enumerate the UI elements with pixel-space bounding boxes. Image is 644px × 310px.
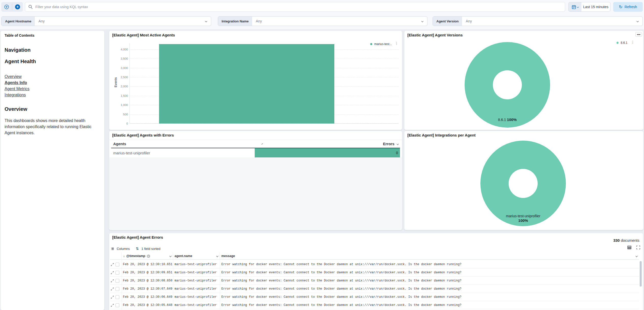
panel-agent-versions: [Elastic Agent] Agent Versions ▪▪▪ 8.6.1… [404, 31, 643, 130]
fullscreen-icon[interactable] [636, 245, 640, 250]
filter-menu-button[interactable] [1, 2, 12, 12]
expand-document-icon[interactable] [111, 287, 114, 291]
timestamp-cell: Feb 20, 2023 @ 12:30:10.651 [123, 260, 173, 268]
message-cell: Error watching for docker events: Cannot… [221, 277, 639, 285]
filter-value: Any [462, 19, 637, 23]
toc-link-agents-info[interactable]: Agents Info [5, 80, 27, 85]
panel-title: [Elastic Agent] Most Active Agents [112, 33, 175, 37]
grid-header-row: ↓ @timestamp agent.name message [110, 252, 639, 260]
errors-value: 0 [396, 151, 398, 155]
documents-grid-body: Feb 20, 2023 @ 12:30:10.651marius-test-u… [110, 260, 639, 310]
expand-document-icon[interactable] [111, 279, 114, 282]
document-row[interactable]: Feb 20, 2023 @ 12:30:09.651marius-test-u… [110, 268, 639, 277]
refresh-button[interactable]: ↻ Refresh [613, 2, 643, 12]
select-document-checkbox[interactable] [116, 303, 119, 307]
panel-title: Table of Contents [5, 33, 100, 37]
refresh-label: Refresh [625, 5, 637, 9]
y-axis-tick-label: 4,000 [113, 48, 128, 51]
time-picker: Last 15 minutes [568, 2, 610, 12]
table-row[interactable]: marius-test-uniprofiler 0 [111, 148, 400, 157]
chevron-down-icon [205, 20, 207, 22]
legend-label: marius-test... [374, 42, 392, 46]
donut-hole [509, 169, 538, 198]
filter-value: Any [252, 19, 422, 23]
select-document-checkbox[interactable] [116, 279, 119, 283]
y-axis-tick-label: 1,500 [113, 94, 128, 97]
filter-control-integration-name[interactable]: Integration NameAny [218, 16, 427, 26]
panel-table-of-contents: Table of Contents Navigation Agent Healt… [1, 31, 104, 310]
agent-name-cell: marius-test-uniprofiler [175, 268, 219, 277]
select-document-checkbox[interactable] [116, 287, 119, 291]
legend-dot [617, 42, 619, 44]
timestamp-cell: Feb 20, 2023 @ 12:30:05.648 [123, 301, 173, 309]
grid-scrollbar[interactable] [640, 261, 642, 287]
document-row[interactable]: Feb 20, 2023 @ 12:30:07.649marius-test-u… [110, 285, 639, 293]
expand-document-icon[interactable] [111, 271, 114, 274]
y-axis-tick-label: 1,000 [113, 103, 128, 106]
message-cell: Error watching for docker events: Cannot… [221, 285, 639, 293]
column-header-agents[interactable]: Agents [113, 142, 256, 146]
toc-heading-agent-health: Agent Health [5, 59, 100, 64]
bar-events-marius-test-uniprofiler [159, 44, 334, 124]
filter-label: Integration Name [218, 17, 252, 26]
document-row[interactable]: Feb 20, 2023 @ 12:30:05.648marius-test-u… [110, 301, 639, 309]
errors-bar: 0 [255, 148, 400, 157]
panel-options-icon[interactable]: ▪▪▪ [635, 32, 642, 37]
grid-header-controls [110, 252, 122, 260]
document-row[interactable]: Feb 20, 2023 @ 12:30:06.649marius-test-u… [110, 293, 639, 301]
sort-fields-icon: ⇅ [136, 247, 139, 251]
table-empty-area [109, 157, 402, 230]
panel-title: [Elastic Agent] Agent Versions [407, 33, 463, 37]
time-range-value[interactable]: Last 15 minutes [581, 2, 610, 11]
toc-link-item: Agents Info [5, 80, 100, 86]
message-cell: Error watching for docker events: Cannot… [221, 301, 639, 309]
document-row[interactable]: Feb 20, 2023 @ 12:30:08.650marius-test-u… [110, 277, 639, 285]
panel-title: [Elastic Agent] Agents with Errors [112, 133, 174, 137]
display-options-icon[interactable] [627, 245, 632, 250]
legend-label: 8.6.1 [621, 41, 627, 45]
chevron-down-icon [216, 255, 218, 257]
sorted-fields-button[interactable]: 1 field sorted [141, 247, 160, 251]
filter-control-agent-version[interactable]: Agent VersionAny [433, 16, 643, 26]
agent-name-cell: marius-test-uniprofiler [175, 293, 219, 301]
y-axis-tick-label: 3,000 [113, 66, 128, 70]
columns-button[interactable]: Columns [117, 247, 130, 251]
column-label: agent.name [175, 254, 192, 258]
slice-percent: 100% [518, 218, 528, 223]
toc-link-agent-metrics[interactable]: Agent Metrics [5, 87, 30, 91]
title-separator [109, 140, 402, 140]
expand-document-icon[interactable] [111, 304, 114, 307]
agent-name-cell: marius-test-uniprofiler [111, 151, 255, 155]
legend-item-marius-test[interactable]: marius-test... [370, 42, 392, 46]
legend-item-8-6-1[interactable]: 8.6.1 [617, 41, 627, 45]
list-icon: ≣ [111, 247, 114, 251]
timestamp-cell: Feb 20, 2023 @ 12:30:07.649 [123, 285, 173, 293]
grid-header-message[interactable]: message [220, 252, 639, 260]
toc-link-integrations[interactable]: Integrations [5, 93, 26, 97]
expand-document-icon[interactable] [111, 295, 114, 299]
grid-header-timestamp[interactable]: ↓ @timestamp [122, 252, 173, 260]
legend-options-icon[interactable]: ⋮ [395, 42, 398, 45]
agent-name-cell: marius-test-uniprofiler [175, 260, 219, 268]
select-document-checkbox[interactable] [116, 263, 119, 266]
select-document-checkbox[interactable] [116, 271, 119, 275]
sort-desc-icon: ↓ [123, 254, 125, 258]
panel-integrations-per-agent: [Elastic Agent] Integrations per Agent m… [404, 131, 643, 230]
filter-label: Agent Version [433, 17, 462, 26]
column-header-errors[interactable]: Errors [383, 142, 398, 146]
agent-name-cell: marius-test-uniprofiler [175, 277, 219, 285]
select-document-checkbox[interactable] [116, 295, 119, 299]
date-picker-menu-button[interactable] [569, 2, 581, 11]
panel-most-active-agents: [Elastic Agent] Most Active Agents Event… [109, 31, 402, 130]
add-filter-button[interactable]: + [12, 2, 23, 12]
toc-link-overview[interactable]: Overview [5, 74, 22, 79]
kql-search-input[interactable]: Filter your data using KQL syntax [25, 2, 565, 12]
expand-document-icon[interactable] [111, 263, 114, 266]
filter-control-agent-hostname[interactable]: Agent HostnameAny [1, 16, 211, 26]
donut-slice-label: 8.6.1 100% [498, 117, 517, 122]
slice-name: 8.6.1 [498, 118, 506, 122]
grid-header-agent-name[interactable]: agent.name [173, 252, 220, 260]
document-row[interactable]: Feb 20, 2023 @ 12:30:10.651marius-test-u… [110, 260, 639, 268]
clock-icon [147, 254, 150, 258]
legend-options-icon[interactable]: ⋮ [631, 41, 635, 43]
